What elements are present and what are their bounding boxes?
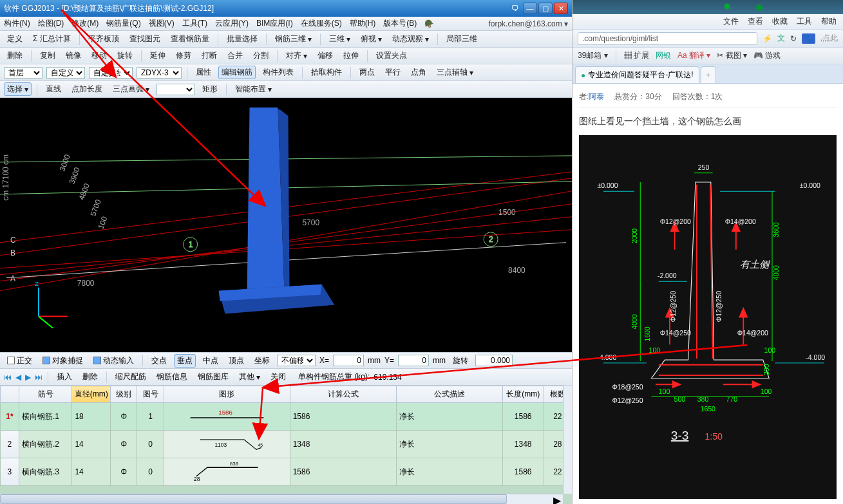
dynamic-input-toggle[interactable]: 动态输入 bbox=[90, 354, 137, 368]
define-button[interactable]: 定义 bbox=[4, 32, 26, 46]
menu-cloud[interactable]: 云应用(Y) bbox=[215, 18, 249, 29]
table-row[interactable]: 1* 横向钢筋.1 18 Φ 1 1586 1586 净长 1586 22 bbox=[1, 403, 572, 431]
br-help-menu[interactable]: 帮助 bbox=[821, 16, 837, 27]
delete-button[interactable]: 删除 bbox=[4, 49, 26, 62]
col-diameter[interactable]: 直径(mm) bbox=[72, 386, 111, 403]
smart-layout-button[interactable]: 智能布置 ▾ bbox=[232, 82, 275, 96]
col-grade[interactable]: 级别 bbox=[111, 386, 137, 403]
table-row[interactable]: 3 横向钢筋.3 14 Φ 0 28638 1586 净长 1586 22 bbox=[1, 458, 572, 486]
break-button[interactable]: 打断 bbox=[198, 49, 220, 62]
view-rebar-button[interactable]: 查看钢筋量 bbox=[167, 32, 213, 46]
parallel-button[interactable]: 平行 bbox=[382, 66, 404, 79]
menu-online[interactable]: 在线服务(S) bbox=[301, 18, 342, 29]
menu-version[interactable]: 版本号(B) bbox=[383, 18, 417, 29]
menu-view[interactable]: 视图(V) bbox=[149, 18, 175, 29]
next-icon[interactable]: ▶ bbox=[25, 373, 31, 382]
first-icon[interactable]: ⏮ bbox=[4, 373, 12, 382]
col-formula[interactable]: 计算公式 bbox=[290, 386, 396, 403]
y-input[interactable] bbox=[398, 355, 429, 366]
top-view-button[interactable]: 俯视 ▾ bbox=[357, 32, 385, 46]
table-row[interactable]: 2 横向钢筋.2 14 Φ 0 110345 1348 净长 1348 28 bbox=[1, 431, 572, 458]
stretch-button[interactable]: 拉伸 bbox=[340, 49, 362, 62]
rotate-toggle[interactable]: 旋转 bbox=[450, 354, 471, 368]
angle-input[interactable] bbox=[475, 355, 513, 366]
delete-row-button[interactable]: 删除 bbox=[79, 370, 101, 384]
col-idx[interactable] bbox=[1, 386, 19, 403]
br-view-menu[interactable]: 查看 bbox=[748, 16, 763, 27]
lightning-icon[interactable]: ⚡ bbox=[762, 34, 772, 43]
table-vscroll[interactable] bbox=[563, 386, 572, 494]
insert-row-button[interactable]: 插入 bbox=[53, 370, 75, 384]
menu-tools[interactable]: 工具(T) bbox=[182, 18, 207, 29]
menu-bim[interactable]: BIM应用(I) bbox=[256, 18, 293, 29]
last-icon[interactable]: ⏭ bbox=[35, 373, 43, 382]
align-button[interactable]: 对齐 ▾ bbox=[283, 49, 310, 62]
perpendicular-toggle[interactable]: 垂点 bbox=[174, 354, 196, 368]
col-name[interactable]: 筋号 bbox=[19, 386, 72, 403]
scale-rebar-button[interactable]: 缩尺配筋 bbox=[112, 370, 149, 384]
grips-button[interactable]: 设置夹点 bbox=[373, 49, 410, 62]
offset-combo[interactable]: 不偏移 bbox=[277, 355, 316, 366]
address-input[interactable]: .com/question/giml/list bbox=[578, 32, 757, 45]
hardhat-icon[interactable]: 🪖 bbox=[424, 19, 434, 28]
3d-button[interactable]: 三维 ▾ bbox=[326, 32, 354, 46]
user-email[interactable]: forpk.chen@163.com ▾ bbox=[488, 19, 568, 28]
model-viewport[interactable]: 3000 3900 4800 5700 100 7800 5700 1500 8… bbox=[0, 98, 572, 352]
menu-draw[interactable]: 绘图(D) bbox=[38, 18, 64, 29]
sum-button[interactable]: Σ 汇总计算 bbox=[30, 32, 74, 46]
mirror-button[interactable]: 镜像 bbox=[62, 49, 84, 62]
browser-tab[interactable]: ● 专业造价问题答疑平台-广联达! bbox=[575, 66, 699, 83]
coord-toggle[interactable]: 坐标 bbox=[251, 354, 273, 368]
move-button[interactable]: 移动 bbox=[88, 49, 110, 62]
trim-button[interactable]: 修剪 bbox=[173, 49, 194, 62]
intersection-toggle[interactable]: 交点 bbox=[148, 354, 170, 368]
find-button[interactable]: 查找图元 bbox=[126, 32, 164, 46]
menu-help[interactable]: 帮助(H) bbox=[350, 18, 376, 29]
component-list-button[interactable]: 构件列表 bbox=[260, 66, 297, 79]
other-button[interactable]: 其他 ▾ bbox=[236, 370, 263, 384]
bank-button[interactable]: 网银 bbox=[656, 50, 671, 61]
ext-button[interactable]: ▦ 扩展 bbox=[624, 50, 649, 61]
mail-button[interactable]: 39邮箱 ▾ bbox=[578, 50, 608, 61]
minimize-button[interactable]: — bbox=[523, 3, 537, 14]
apex-toggle[interactable]: 顶点 bbox=[225, 354, 247, 368]
midpoint-toggle[interactable]: 中点 bbox=[200, 354, 222, 368]
osnap-toggle[interactable]: 对象捕捉 bbox=[39, 354, 86, 368]
ortho-toggle[interactable]: 正交 bbox=[4, 354, 35, 368]
level-button[interactable]: 平齐板顶 bbox=[85, 32, 122, 46]
br-file-menu[interactable]: 文件 bbox=[723, 16, 739, 27]
paw-icon[interactable]: 🐾 bbox=[802, 33, 815, 44]
edit-rebar-button[interactable]: 编辑钢筋 bbox=[218, 66, 256, 79]
menu-component[interactable]: 构件(N) bbox=[4, 18, 30, 29]
notification-icon[interactable]: 🗨 bbox=[511, 4, 519, 13]
menu-rebar[interactable]: 钢筋量(Q) bbox=[106, 18, 140, 29]
rebar-3d-button[interactable]: 钢筋三维 ▾ bbox=[272, 32, 315, 46]
zdyx-combo[interactable]: ZDYX-3 bbox=[137, 67, 182, 79]
two-point-button[interactable]: 两点 bbox=[356, 66, 378, 79]
prev-icon[interactable]: ◀ bbox=[15, 373, 21, 382]
new-tab-button[interactable]: + bbox=[701, 66, 716, 83]
col-pic[interactable]: 图号 bbox=[137, 386, 164, 403]
rebar-library-button[interactable]: 钢筋图库 bbox=[194, 370, 232, 384]
floor-combo[interactable]: 首层 bbox=[4, 67, 43, 79]
line-button[interactable]: 直线 bbox=[43, 82, 64, 96]
menu-modify[interactable]: 修改(M) bbox=[71, 18, 99, 29]
batch-select-button[interactable]: 批量选择 bbox=[223, 32, 261, 46]
cad-drawing[interactable]: 250 ±0.000 ±0.000 -2.000 -4.000 -4.000 有… bbox=[579, 135, 837, 499]
three-point-axis-button[interactable]: 三点辅轴 ▾ bbox=[433, 66, 477, 79]
select-button[interactable]: 选择 ▾ bbox=[4, 82, 32, 96]
three-point-arc-button[interactable]: 三点画弧 ▾ bbox=[109, 82, 153, 96]
rotate-button[interactable]: 旋转 bbox=[114, 49, 136, 62]
props-button[interactable]: 属性 bbox=[193, 66, 214, 79]
dynamic-orbit-button[interactable]: 动态观察 ▾ bbox=[389, 32, 432, 46]
point-add-length-button[interactable]: 点加长度 bbox=[68, 82, 106, 96]
br-fav-menu[interactable]: 收藏 bbox=[772, 16, 788, 27]
split-button[interactable]: 分割 bbox=[250, 49, 272, 62]
refresh-icon[interactable]: ↻ bbox=[790, 34, 797, 43]
copy-button[interactable]: 复制 bbox=[37, 49, 59, 62]
br-tools-menu[interactable]: 工具 bbox=[797, 16, 812, 27]
offset-button[interactable]: 偏移 bbox=[314, 49, 336, 62]
arc-combo[interactable] bbox=[156, 84, 195, 95]
games-button[interactable]: 🎮 游戏 bbox=[753, 50, 781, 61]
maximize-button[interactable]: ▢ bbox=[538, 3, 553, 14]
